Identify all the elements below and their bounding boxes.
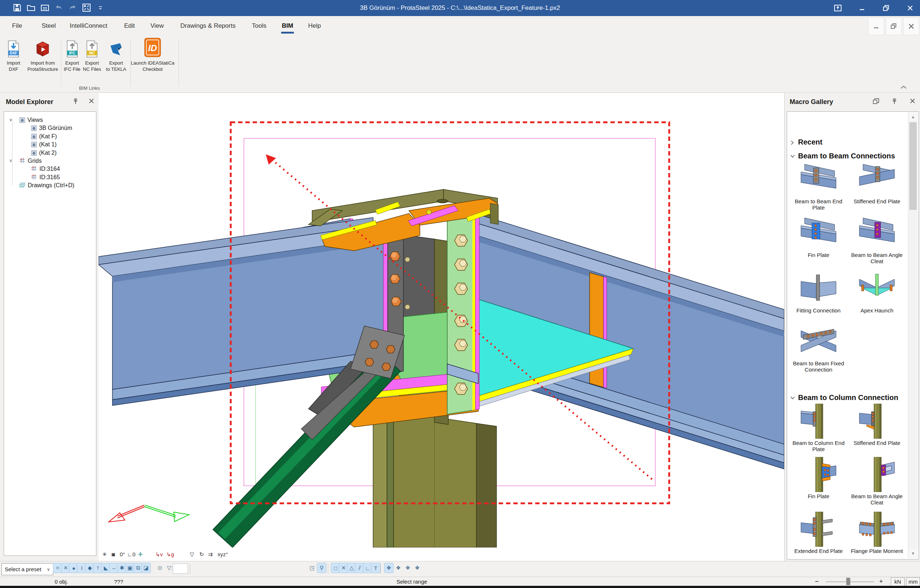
- close-icon[interactable]: [905, 3, 915, 13]
- slider-handle[interactable]: [846, 578, 850, 585]
- tree-item-3b-g-r-n-m[interactable]: 3B Görünüm: [31, 124, 72, 132]
- gallery-scrollbar[interactable]: ▲ ▼: [908, 112, 918, 558]
- gallery-item-bc-fin[interactable]: Fin Plate: [790, 457, 847, 499]
- preset-select[interactable]: Select a preset ∨: [2, 563, 53, 575]
- move-view-icon[interactable]: ⇉: [208, 548, 213, 561]
- restore-icon[interactable]: [881, 3, 891, 13]
- chevron-down-icon[interactable]: [790, 396, 795, 400]
- menu-bim[interactable]: BIM: [280, 16, 295, 36]
- snap-preset-3-icon[interactable]: ❖: [403, 563, 413, 573]
- gallery-item-bc-ext[interactable]: Extended End Plate: [790, 512, 847, 554]
- snap-preset-2-icon[interactable]: ❖: [394, 563, 403, 573]
- ribbon-button-to-tekla[interactable]: Exportto TEKLA: [102, 39, 131, 72]
- rotate-view-icon[interactable]: ↻: [199, 548, 204, 561]
- preset-select-value: Select a preset: [5, 566, 41, 572]
- ribbon-button-dxf[interactable]: DXFImportDXF: [3, 39, 24, 72]
- ribbon-collapse-icon[interactable]: [900, 85, 907, 89]
- float-window-icon[interactable]: [873, 98, 879, 105]
- zoom-in-icon[interactable]: +: [879, 577, 883, 586]
- snap-preset-1-icon[interactable]: ❖: [384, 563, 394, 573]
- tree-item-id-3165[interactable]: ID:3165: [31, 173, 60, 181]
- close-icon[interactable]: [89, 98, 94, 105]
- mdi-restore-icon[interactable]: [886, 18, 902, 35]
- gallery-item-bb-stiff[interactable]: Stiffened End Plate: [849, 162, 905, 204]
- gallery-item-bc-stiff[interactable]: Stiffened End Plate: [849, 404, 905, 446]
- gallery-item-bc-end[interactable]: Beam to Column End Plate: [790, 404, 847, 452]
- menu-tools[interactable]: Tools: [251, 16, 268, 36]
- scroll-up-icon[interactable]: ▲: [909, 112, 917, 121]
- unit-force-button[interactable]: kN: [891, 577, 905, 586]
- ribbon-group-label: BIM Links: [0, 86, 179, 91]
- ribbon-panel-icon[interactable]: [833, 3, 842, 13]
- pick-lock-icon[interactable]: ⚲: [317, 563, 326, 573]
- scrollbar-thumb[interactable]: [909, 122, 917, 210]
- ribbon-button-checkbot[interactable]: IDLaunch IDEAStatiCaCheckbot: [130, 39, 175, 72]
- gallery-item-bb-angle[interactable]: Beam to Beam Angle Cleat: [849, 216, 905, 264]
- gallery-thumbnail: [858, 512, 895, 547]
- gallery-thumbnail: [800, 512, 837, 547]
- unit-length-button[interactable]: mm: [906, 577, 920, 586]
- tree-item--kat-f-[interactable]: (Kat F): [31, 133, 57, 141]
- gallery-section-beam-to-beam[interactable]: Beam to Beam Connections: [798, 152, 895, 160]
- toolbar-value-box[interactable]: [173, 564, 188, 574]
- snap-node-icon[interactable]: ✛: [138, 548, 143, 561]
- ribbon-button-nc-files[interactable]: NCExportNC Files: [81, 39, 103, 72]
- tree-item--kat-2-[interactable]: (Kat 2): [31, 149, 57, 157]
- tree-expander-icon[interactable]: ∨: [9, 117, 12, 122]
- ribbon-separator: [178, 39, 179, 86]
- object-types-icon[interactable]: ◳: [308, 563, 317, 573]
- pin-icon[interactable]: [891, 98, 897, 105]
- snap-preset-4-icon[interactable]: ❖: [413, 563, 422, 573]
- gallery-item-bb-fin[interactable]: Fin Plate: [790, 216, 847, 258]
- tree-item-grids[interactable]: Grids: [19, 157, 42, 165]
- ideastatica-icon: ID: [130, 39, 175, 58]
- protastructure-icon: [23, 39, 62, 58]
- global-axis-icon[interactable]: ↳g: [167, 548, 174, 561]
- gallery-item-bb-end[interactable]: Beam to Beam End Plate: [790, 162, 847, 211]
- show-icon[interactable]: ⊙: [155, 563, 165, 573]
- chevron-down-icon[interactable]: [790, 154, 795, 159]
- ribbon-button-ifc-file[interactable]: IFCExportIFC File: [62, 39, 82, 72]
- zoom-window-icon[interactable]: ◙: [112, 548, 115, 561]
- tree-expander-icon[interactable]: ∨: [9, 158, 12, 163]
- gallery-section-beam-to-column[interactable]: Beam to Column Connection: [798, 394, 898, 402]
- tree-item-drawings-ctrl-d-[interactable]: Drawings (Ctrl+D): [19, 181, 75, 190]
- angle-zero-icon[interactable]: 0°: [120, 548, 125, 561]
- gallery-item-bc-flange[interactable]: Flange Plate Moment: [849, 512, 905, 554]
- zoom-slider[interactable]: − +: [815, 577, 888, 586]
- gallery-item-bc-angle[interactable]: Beam to Beam Angle Cleat: [849, 457, 905, 505]
- solid-icon[interactable]: ◪: [141, 563, 151, 573]
- close-icon[interactable]: [910, 98, 915, 105]
- tree-item-views[interactable]: Views: [19, 116, 43, 124]
- gallery-section-recent[interactable]: Recent: [798, 138, 823, 146]
- macro-gallery-list: Recent Beam to Beam Connections Beam to …: [787, 111, 919, 559]
- ribbon-button-protastructure[interactable]: Import fromProtaStructure: [23, 39, 62, 72]
- menu-edit[interactable]: Edit: [123, 16, 136, 36]
- menu-intelliconnect[interactable]: IntelliConnect: [68, 16, 109, 36]
- tree-item-id-3164[interactable]: ID:3164: [31, 165, 60, 173]
- pin-icon[interactable]: [73, 98, 78, 105]
- viewport-3d[interactable]: ✳◙0°∟0✛↳v↳g▽↻⇉xyz°: [99, 93, 784, 561]
- scroll-down-icon[interactable]: ▼: [909, 549, 917, 558]
- select-t-icon[interactable]: T: [371, 563, 381, 573]
- view-axis-icon[interactable]: ↳v: [155, 548, 163, 561]
- gallery-item-fitting[interactable]: Fitting Connection: [790, 271, 847, 314]
- tree-item--kat-1-[interactable]: (Kat 1): [31, 141, 57, 149]
- ortho-zero-icon[interactable]: ∟0: [127, 548, 136, 561]
- menu-view[interactable]: View: [149, 16, 165, 36]
- zoom-out-icon[interactable]: −: [815, 577, 819, 586]
- menu-help[interactable]: Help: [307, 16, 322, 36]
- menu-drawings-reports[interactable]: Drawings & Reports: [179, 16, 237, 36]
- model-explorer-panel: Model Explorer ∨Views3B Görünüm(Kat F)(K…: [0, 93, 99, 561]
- menu-steel[interactable]: Steel: [40, 16, 57, 36]
- gallery-item-apex[interactable]: Apex Haunch: [849, 271, 905, 314]
- gallery-thumbnail: [858, 271, 895, 306]
- minimize-icon[interactable]: [857, 3, 867, 13]
- mdi-minimize-icon[interactable]: [868, 18, 884, 35]
- snap-point-icon[interactable]: ✳: [102, 548, 107, 561]
- menu-file[interactable]: File: [11, 16, 23, 36]
- mdi-close-icon[interactable]: [903, 18, 919, 35]
- gallery-item-bb-fixed[interactable]: Beam to Beam Fixed Connection: [790, 324, 847, 373]
- filter-icon[interactable]: ▽: [190, 548, 194, 561]
- chevron-right-icon[interactable]: [790, 140, 794, 145]
